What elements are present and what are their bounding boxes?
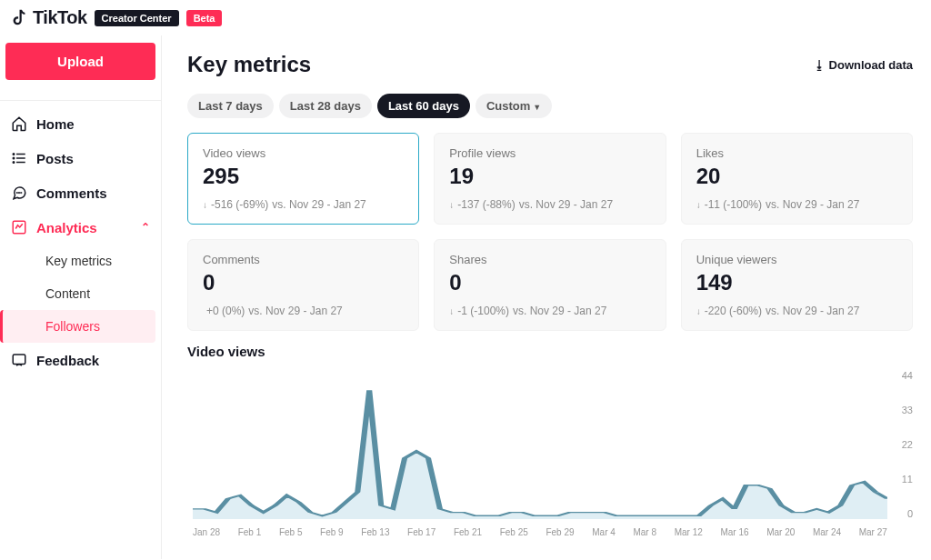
sidebar-item-label: Comments	[36, 185, 107, 201]
sidebar-item-feedback[interactable]: Feedback	[5, 343, 155, 377]
upload-button[interactable]: Upload	[5, 43, 155, 80]
svg-point-3	[13, 154, 15, 155]
tab-custom[interactable]: Custom▼	[476, 94, 552, 118]
beta-badge: Beta	[186, 10, 223, 26]
sidebar: Upload Home Posts Comments Analytics ⌃ K…	[0, 35, 162, 559]
metric-card-profile-views[interactable]: Profile views19↓-137 (-88%) vs. Nov 29 -…	[434, 133, 666, 225]
sidebar-item-label: Feedback	[36, 353, 99, 368]
svg-point-5	[13, 162, 15, 164]
chart-plot-area	[193, 370, 887, 519]
metric-value: 295	[203, 164, 404, 189]
svg-point-6	[16, 193, 17, 194]
sidebar-sub-content[interactable]: Content	[5, 277, 155, 310]
metric-label: Comments	[203, 253, 404, 266]
page-title: Key metrics	[187, 52, 311, 77]
metric-value: 19	[449, 164, 650, 189]
svg-point-8	[21, 193, 22, 194]
metric-card-likes[interactable]: Likes20↓-11 (-100%) vs. Nov 29 - Jan 27	[681, 133, 913, 225]
metric-value: 20	[696, 164, 897, 189]
comment-icon	[11, 185, 27, 201]
metric-delta: ↓-1 (-100%) vs. Nov 29 - Jan 27	[449, 305, 650, 317]
metric-card-comments[interactable]: Comments0+0 (0%) vs. Nov 29 - Jan 27	[187, 239, 419, 331]
trend-arrow-icon: ↓	[696, 306, 701, 316]
metric-delta: ↓-137 (-88%) vs. Nov 29 - Jan 27	[449, 198, 650, 211]
brand-text: TikTok	[33, 7, 87, 28]
svg-point-7	[19, 193, 20, 194]
chevron-down-icon: ▼	[533, 103, 541, 112]
sidebar-item-label: Posts	[36, 151, 74, 166]
chevron-up-icon: ⌃	[141, 221, 150, 234]
creator-center-badge: Creator Center	[95, 10, 179, 26]
metric-label: Video views	[203, 146, 404, 160]
list-icon	[11, 150, 27, 166]
feedback-icon	[11, 352, 27, 368]
svg-rect-10	[13, 355, 25, 365]
metric-value: 0	[203, 270, 404, 295]
metric-delta: ↓-220 (-60%) vs. Nov 29 - Jan 27	[696, 305, 897, 317]
download-label: Download data	[829, 58, 913, 72]
metric-value: 149	[696, 270, 897, 295]
trend-arrow-icon: ↓	[203, 200, 207, 210]
chart-x-axis: Jan 28Feb 1Feb 5Feb 9Feb 13Feb 17Feb 21F…	[193, 527, 887, 537]
metric-label: Unique viewers	[696, 253, 897, 266]
metric-delta: ↓-516 (-69%) vs. Nov 29 - Jan 27	[203, 198, 404, 211]
chart-title: Video views	[187, 344, 913, 359]
chart-svg	[193, 370, 887, 519]
sidebar-item-label: Analytics	[36, 220, 97, 235]
sidebar-sub-key-metrics[interactable]: Key metrics	[5, 245, 155, 277]
divider	[0, 100, 161, 101]
tab-last-60-days[interactable]: Last 60 days	[377, 94, 470, 118]
date-range-tabs: Last 7 days Last 28 days Last 60 days Cu…	[187, 94, 913, 118]
sidebar-sub-followers[interactable]: Followers	[0, 310, 155, 343]
metric-value: 0	[449, 270, 650, 295]
metric-card-shares[interactable]: Shares0↓-1 (-100%) vs. Nov 29 - Jan 27	[434, 239, 666, 331]
metric-label: Profile views	[449, 146, 650, 160]
tab-last-7-days[interactable]: Last 7 days	[187, 94, 274, 118]
sidebar-item-comments[interactable]: Comments	[5, 175, 155, 210]
metric-delta: +0 (0%) vs. Nov 29 - Jan 27	[203, 305, 404, 317]
metric-label: Likes	[696, 146, 897, 160]
sidebar-item-posts[interactable]: Posts	[5, 141, 155, 175]
sidebar-item-analytics[interactable]: Analytics ⌃	[5, 210, 155, 245]
analytics-icon	[11, 219, 27, 235]
download-data-button[interactable]: ⭳ Download data	[814, 58, 913, 72]
home-icon	[11, 115, 27, 132]
main-content: Key metrics ⭳ Download data Last 7 days …	[162, 35, 931, 559]
metric-card-video-views[interactable]: Video views295↓-516 (-69%) vs. Nov 29 - …	[187, 133, 419, 225]
app-header: TikTok Creator Center Beta	[0, 0, 931, 35]
metric-cards-grid: Video views295↓-516 (-69%) vs. Nov 29 - …	[187, 133, 913, 331]
svg-point-4	[13, 157, 15, 159]
trend-arrow-icon: ↓	[449, 306, 454, 316]
metric-label: Shares	[449, 253, 650, 266]
tab-last-28-days[interactable]: Last 28 days	[279, 94, 372, 118]
trend-arrow-icon: ↓	[449, 200, 454, 210]
metric-card-unique-viewers[interactable]: Unique viewers149↓-220 (-60%) vs. Nov 29…	[681, 239, 913, 331]
chart-y-axis: 443322110	[891, 370, 913, 519]
tiktok-icon	[9, 8, 29, 28]
trend-arrow-icon: ↓	[696, 200, 701, 210]
metric-delta: ↓-11 (-100%) vs. Nov 29 - Jan 27	[696, 198, 897, 211]
sidebar-item-label: Home	[36, 116, 75, 132]
download-icon: ⭳	[814, 58, 826, 72]
brand-logo[interactable]: TikTok	[9, 7, 87, 28]
video-views-chart: 443322110 Jan 28Feb 1Feb 5Feb 9Feb 13Feb…	[187, 363, 913, 545]
sidebar-item-home[interactable]: Home	[5, 106, 155, 141]
